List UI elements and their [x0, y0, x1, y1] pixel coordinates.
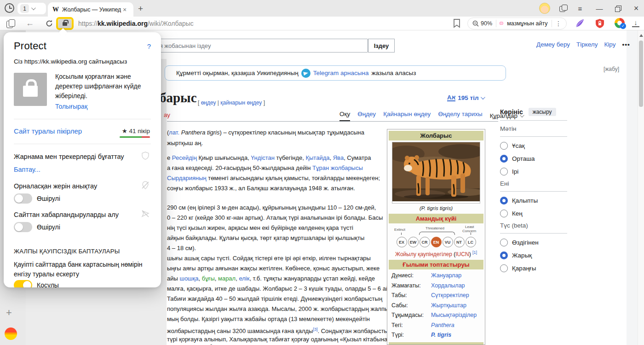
tab-edit[interactable]: Өңдеу — [357, 111, 376, 121]
article-line: енгізілген. Жолбарысты қазақ халқы ежелд… — [167, 343, 397, 345]
tab-panel-icon[interactable] — [559, 5, 567, 12]
tiger-image[interactable] — [392, 142, 480, 204]
help-link[interactable]: ? — [147, 42, 151, 50]
language-selector[interactable]: Aא 195 тіл — [447, 94, 484, 101]
inline-link[interactable]: Қытайда — [305, 154, 329, 161]
address-bar[interactable]: https://kk.wikipedia.org/wiki/Жолбарыс — [78, 20, 194, 27]
radio-option-жарық[interactable]: Жарық — [500, 251, 567, 259]
radio-option-кең[interactable]: Кең — [500, 210, 567, 217]
donate-link[interactable]: Демеу беру — [536, 41, 570, 48]
site-reviews-link[interactable]: Сайт туралы пікірлер — [14, 127, 82, 135]
inline-link[interactable]: лат. — [169, 129, 179, 136]
browser-menu-button[interactable]: ≡ — [573, 0, 587, 17]
taxonomy-value[interactable]: Мысықтәрізділер — [431, 310, 477, 321]
radio-option-өздігінен[interactable]: Өздігінен — [500, 239, 567, 246]
tab-read[interactable]: Оқу — [339, 111, 350, 121]
location-toggle[interactable] — [14, 193, 32, 204]
yandex-mail-icon[interactable] — [5, 327, 17, 340]
inline-link[interactable]: IUCN — [455, 251, 469, 257]
taxonomy-value[interactable]: Жануарлар — [431, 271, 461, 281]
tab-edit-source[interactable]: Қайнарын өңдеу — [383, 111, 431, 121]
site-lock-button[interactable] — [58, 19, 71, 28]
inline-link[interactable]: Ресейдің — [172, 154, 197, 161]
inline-link[interactable]: елік — [239, 275, 249, 282]
bookmark-icon[interactable] — [453, 19, 460, 28]
appearance-hide-button[interactable]: жасыру — [529, 108, 556, 116]
text-segment: марал — [218, 275, 236, 282]
radio-icon — [500, 264, 508, 272]
pill-more-icon[interactable]: ⋮ — [555, 20, 562, 27]
inline-link[interactable]: Жойылу қаупіндегілер — [395, 251, 452, 257]
inline-link[interactable]: Үндістан — [251, 154, 275, 161]
notifications-toggle[interactable] — [14, 222, 32, 232]
scroll-up-arrow[interactable] — [639, 34, 643, 37]
radio-option-қараңғы[interactable]: Қараңғы — [500, 264, 567, 272]
radio-label: Ұсақ — [512, 142, 525, 149]
ads-configure-link[interactable]: Баптау... — [14, 166, 40, 173]
user-menu-more-icon[interactable]: ••• — [622, 41, 630, 48]
sidebar-add-button[interactable]: + — [6, 307, 12, 319]
taxonomy-value[interactable]: Сүтқоректілер — [431, 291, 469, 301]
restore-button[interactable] — [611, 0, 625, 17]
banner-close-link[interactable]: [жабу] — [604, 66, 619, 72]
close-window-button[interactable]: × — [629, 0, 643, 17]
zoom-indicator[interactable]: 90% — [472, 20, 492, 27]
inline-link[interactable]: қайнарын өңдеу — [220, 99, 262, 106]
talk-tab-fragment[interactable]: ау — [164, 111, 170, 118]
chrome-extension-icon[interactable]: ✓ — [615, 18, 625, 28]
radio-label: Жарық — [512, 252, 532, 259]
inline-link[interactable]: өңдеу — [201, 99, 216, 106]
taxonomy-rank: Дүниесі: — [391, 271, 431, 281]
radio-option-ірі[interactable]: Ірі — [500, 168, 567, 175]
inline-link[interactable]: Тұран жолбарысы — [312, 164, 363, 171]
classification-header: Ғылыми топтастыруы — [389, 260, 483, 269]
iucn-status-link[interactable]: Жойылу қаупіндегілер (IUCN) [1] — [389, 249, 483, 260]
telegram-channel-link[interactable]: Telegram арнасына — [313, 70, 369, 76]
radio-option-қалыпты[interactable]: Қалыпты — [500, 197, 567, 205]
article-line: Сырдарияның төменгі ағысындағы қалың қам… — [167, 174, 380, 183]
title-edit-links[interactable]: [ өңдеу | қайнарын өңдеу ] — [198, 99, 265, 106]
taxonomy-rank: Сабы: — [391, 301, 431, 311]
article-line: е Ресейдің Қиыр шығысында, Үндістан түбе… — [167, 153, 371, 163]
inline-link[interactable]: Сырдарияның — [167, 175, 207, 181]
scrollbar-thumb[interactable] — [639, 41, 643, 107]
text-segment: [1] — [472, 250, 477, 255]
text-segment: , — [330, 154, 333, 161]
profile-avatar[interactable] — [539, 3, 550, 14]
browser-tab[interactable]: W Жолбарыс — Уикипеди × — [48, 2, 133, 17]
taxonomy-value[interactable]: Хордалылар — [431, 281, 465, 291]
notifications-label: Сайттан хабарландыруларды алу — [14, 211, 119, 218]
download-icon[interactable]: ↓ — [632, 19, 639, 27]
wiki-search-button[interactable]: Іздеу — [368, 39, 395, 53]
new-tab-button[interactable]: + — [138, 4, 143, 14]
text-segment: жолбарыстардың саны 3200 шамасында ғана … — [167, 327, 313, 334]
taxonomy-value[interactable]: Жыртқыштар — [431, 301, 466, 311]
sidebar-toggle-icon[interactable] — [6, 19, 14, 28]
tab-group-chip[interactable]: 1 — [17, 3, 46, 14]
bank-warning-toggle[interactable] — [14, 280, 32, 287]
inline-link[interactable]: Ява — [333, 154, 344, 161]
back-button[interactable]: ← — [26, 18, 34, 28]
radio-option-орташа[interactable]: Орташа — [500, 155, 567, 163]
tab-history[interactable]: Өңделу тарихы — [438, 111, 482, 121]
star-icon: ★ — [122, 128, 127, 134]
radio-option-ұсақ[interactable]: Ұсақ — [500, 142, 567, 150]
read-aloud-button[interactable]: мазмұнын айту — [507, 20, 547, 27]
inline-link[interactable]: шошқа — [179, 275, 198, 282]
minimize-button[interactable]: — — [592, 0, 606, 17]
iucn-scale-labels: Extinct Threatened Least Concern — [389, 225, 483, 236]
more-details-link[interactable]: Толығырақ — [55, 103, 87, 110]
article-line: (лат. Panthera tigris) – сүтқоректілер к… — [167, 128, 364, 137]
taxonomy-row: Түрі:P. tigris — [389, 330, 483, 340]
register-link[interactable]: Тіркелу — [576, 41, 598, 48]
login-link[interactable]: Кіру — [604, 41, 615, 48]
taxonomy-value[interactable]: Panthera — [431, 321, 454, 331]
tab-close-icon[interactable]: × — [123, 6, 126, 13]
binomial-header: Екі-есімді атауы — [389, 342, 483, 345]
history-clock-icon[interactable] — [5, 3, 14, 13]
reload-button[interactable] — [45, 19, 53, 28]
feather-extension-icon[interactable] — [574, 18, 585, 29]
protect-shield-icon[interactable] — [594, 18, 605, 29]
taxobox: Жолбарыс — [387, 129, 485, 345]
lock-icon — [23, 86, 38, 97]
